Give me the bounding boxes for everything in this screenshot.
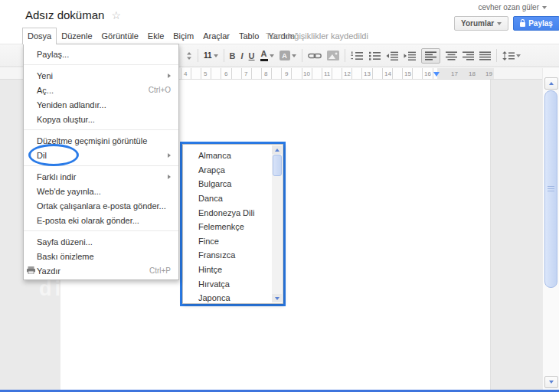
underline-button[interactable]: U — [249, 51, 255, 60]
submenu-scroll-down-button[interactable] — [272, 294, 282, 302]
image-icon — [327, 51, 339, 60]
chevron-down-icon — [292, 54, 296, 57]
highlight-icon: A — [280, 51, 290, 60]
submenu-scroll-up-button[interactable] — [272, 145, 282, 154]
account-menu[interactable]: cevher ozan güler — [479, 3, 548, 11]
menu-item-baski-onizleme[interactable]: Baskı önizleme — [24, 249, 178, 263]
justify-button[interactable] — [479, 51, 491, 60]
menu-item-ac[interactable]: Aç...Ctrl+O — [24, 83, 178, 97]
outdent-button[interactable] — [386, 51, 398, 60]
language-item-arapca[interactable]: Arapça — [183, 163, 283, 178]
spinner-icon[interactable] — [186, 52, 192, 60]
toolbar-divider — [198, 49, 198, 62]
toolbar-divider — [496, 49, 497, 62]
align-right-icon — [463, 51, 474, 60]
numbered-list-button[interactable] — [351, 51, 363, 60]
submenu-arrow-icon — [168, 153, 171, 158]
justify-icon — [479, 51, 491, 60]
align-center-icon — [446, 51, 457, 60]
line-spacing-icon — [502, 51, 515, 60]
chevron-down-icon — [497, 22, 502, 25]
menu-item-duzeltme-gecmisi[interactable]: Düzeltme geçmişini görüntüle — [24, 133, 178, 148]
submenu-arrow-icon — [168, 74, 171, 78]
menu-item-yeniden-adlandir[interactable]: Yeniden adlandır... — [24, 97, 178, 112]
bulleted-list-button[interactable] — [368, 51, 381, 60]
outdent-icon — [386, 51, 398, 60]
language-submenu-highlight: Almanca Arapça Bulgarca Danca Endonezya … — [180, 142, 286, 306]
menu-bicim[interactable]: Biçim — [168, 28, 198, 44]
language-item-fransizca[interactable]: Fransızca — [183, 248, 283, 263]
italic-button[interactable]: I — [241, 51, 244, 60]
insert-image-button[interactable] — [327, 51, 339, 60]
link-icon — [308, 52, 322, 60]
menu-separator — [24, 230, 178, 231]
align-left-button-active[interactable] — [421, 48, 440, 64]
menu-item-webde-yayinla[interactable]: Web'de yayınla... — [24, 184, 178, 198]
language-item-bulgarca[interactable]: Bulgarca — [183, 177, 283, 191]
menu-item-paylas[interactable]: Paylaş... — [24, 47, 178, 61]
star-outline-icon[interactable]: ☆ — [111, 10, 121, 21]
indent-marker[interactable] — [433, 72, 440, 77]
submenu-scrollbar[interactable] — [272, 145, 282, 302]
bulleted-list-icon — [368, 51, 381, 60]
menu-item-sayfa-duzeni[interactable]: Sayfa düzeni... — [24, 234, 178, 249]
menu-item-ortak-calisanlara-eposta[interactable]: Ortak çalışanlara e-posta gönder... — [24, 198, 178, 213]
menu-item-kopya-olustur[interactable]: Kopya oluştur... — [24, 112, 178, 126]
font-size-select[interactable]: 11 — [204, 51, 218, 60]
submenu-scrollbar-thumb[interactable] — [273, 155, 282, 176]
chevron-down-icon — [516, 54, 521, 57]
menu-item-yeni[interactable]: Yeni — [24, 68, 178, 83]
language-item-hintce[interactable]: Hintçe — [183, 263, 283, 277]
lock-icon — [520, 22, 525, 27]
google-docs-window: cevher ozan güler Adsız doküman ☆ Yoruml… — [0, 0, 559, 392]
language-item-japonca[interactable]: Japonca — [183, 291, 283, 305]
menu-item-farkli-indir[interactable]: Farklı indir — [24, 169, 178, 184]
menu-duzenle[interactable]: Düzenle — [57, 28, 96, 44]
menu-item-yazdir[interactable]: Yazdır Ctrl+P — [24, 263, 178, 278]
toolbar-divider — [345, 49, 345, 62]
save-status: Tüm değişiklikler kaydedildi — [266, 31, 368, 41]
scrollbar-thumb[interactable] — [544, 90, 557, 288]
menu-tablo[interactable]: Tablo — [234, 28, 263, 44]
language-item-fince[interactable]: Fince — [183, 234, 283, 249]
indent-icon — [404, 51, 416, 60]
chevron-down-icon — [214, 54, 218, 57]
menu-araclar[interactable]: Araçlar — [198, 28, 234, 44]
line-spacing-button[interactable] — [502, 51, 521, 60]
language-item-endonezya-dili[interactable]: Endonezya Dili — [183, 205, 283, 220]
menu-item-eposta-eki[interactable]: E-posta eki olarak gönder... — [24, 213, 178, 227]
document-title[interactable]: Adsız doküman — [25, 8, 104, 21]
scroll-down-button[interactable] — [544, 376, 558, 388]
account-name: cevher ozan güler — [479, 3, 540, 11]
language-item-hirvatca[interactable]: Hırvatça — [183, 276, 283, 291]
text-color-button[interactable]: A — [260, 50, 274, 61]
menu-separator — [24, 64, 178, 65]
submenu-arrow-icon — [168, 175, 171, 179]
menu-dosya[interactable]: Dosya — [22, 28, 57, 44]
numbered-list-icon — [351, 51, 363, 60]
menu-separator — [24, 129, 178, 130]
arrow-up-icon — [275, 149, 280, 152]
language-item-almanca[interactable]: Almanca — [183, 149, 283, 163]
highlight-color-button[interactable]: A — [280, 51, 296, 60]
language-submenu: Almanca Arapça Bulgarca Danca Endonezya … — [182, 144, 283, 304]
arrow-up-icon — [549, 82, 554, 85]
bold-button[interactable]: B — [230, 51, 236, 60]
vertical-scrollbar[interactable] — [542, 68, 559, 390]
scroll-up-button[interactable] — [544, 77, 558, 90]
menu-separator — [24, 165, 178, 166]
menu-ekle[interactable]: Ekle — [143, 28, 168, 44]
align-center-button[interactable] — [446, 51, 457, 60]
toolbar-divider — [302, 49, 302, 62]
title-row: Adsız doküman ☆ — [25, 8, 121, 21]
file-menu-dropdown: Paylaş... Yeni Aç...Ctrl+O Yeniden adlan… — [23, 44, 179, 280]
indent-button[interactable] — [404, 51, 416, 60]
chevron-down-icon — [542, 6, 547, 9]
menu-item-dil[interactable]: Dil — [24, 148, 178, 162]
language-item-danca[interactable]: Danca — [183, 191, 283, 206]
insert-link-button[interactable] — [308, 52, 322, 60]
chevron-down-icon — [270, 54, 274, 57]
language-item-felemenkce[interactable]: Felemenkçe — [183, 220, 283, 234]
menu-goruntule[interactable]: Görüntüle — [97, 28, 143, 44]
align-right-button[interactable] — [463, 51, 474, 60]
